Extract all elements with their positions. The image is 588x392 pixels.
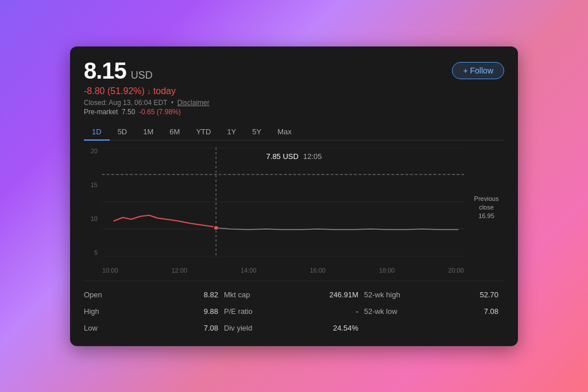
tab-max[interactable]: Max — [269, 124, 300, 141]
y-label-20: 20 — [84, 148, 98, 154]
chart-area: 7.85 USD 12:05 20 15 10 5 — [84, 148, 504, 274]
stock-card: 8.15 USD + Follow -8.80 (51.92%) ↓ today… — [70, 46, 518, 346]
stat-div: Div yield 24.54% — [224, 321, 364, 335]
premarket-label: Pre-market — [84, 108, 118, 116]
x-label-1000: 10:00 — [102, 267, 118, 274]
x-label-1800: 18:00 — [379, 267, 395, 274]
tab-1y[interactable]: 1Y — [219, 124, 244, 141]
stat-div-value: 24.54% — [333, 324, 358, 332]
previous-close-label: Previousclose16.95 — [469, 195, 504, 221]
premarket-row: Pre-market 7.50 -0.65 (7.98%) — [84, 108, 504, 116]
stat-open-label: Open — [84, 290, 102, 299]
stat-mktcap-label: Mkt cap — [224, 290, 250, 299]
y-label-10: 10 — [84, 215, 98, 222]
meta-row: Closed: Aug 13, 06:04 EDT • Disclaimer — [84, 99, 504, 107]
x-label-1200: 12:00 — [171, 267, 187, 274]
stats-col-2: Mkt cap 246.91M P/E ratio - Div yield 24… — [224, 288, 364, 335]
stat-mktcap: Mkt cap 246.91M — [224, 288, 364, 301]
price-block: 8.15 USD — [84, 58, 153, 84]
x-label-1600: 16:00 — [310, 267, 326, 274]
stat-52wk-high-value: 52.70 — [479, 290, 498, 299]
tab-ytd[interactable]: YTD — [188, 124, 219, 141]
change-row: -8.80 (51.92%) ↓ today — [84, 86, 504, 96]
stat-mktcap-value: 246.91M — [329, 290, 358, 299]
x-axis: 10:00 12:00 14:00 16:00 18:00 20:00 — [102, 267, 464, 274]
change-arrow: ↓ — [147, 87, 151, 96]
chart-svg — [102, 148, 464, 257]
follow-button[interactable]: + Follow — [452, 62, 504, 79]
time-tabs: 1D 5D 1M 6M YTD 1Y 5Y Max — [84, 124, 504, 141]
stat-52wk-low-label: 52-wk low — [364, 307, 397, 316]
price-currency: USD — [131, 69, 153, 81]
y-axis: 20 15 10 5 — [84, 148, 98, 257]
change-value: -8.80 (51.92%) — [84, 86, 145, 96]
y-label-15: 15 — [84, 181, 98, 188]
stat-high-value: 9.88 — [204, 307, 218, 316]
change-label: today — [153, 86, 176, 96]
stat-high: High 9.88 — [84, 305, 224, 318]
closed-text: Closed: Aug 13, 06:04 EDT — [84, 99, 167, 107]
stats-grid: Open 8.82 High 9.88 Low 7.08 Mkt cap 246… — [84, 281, 504, 335]
tab-1d[interactable]: 1D — [84, 124, 110, 141]
stat-div-label: Div yield — [224, 324, 252, 332]
stat-open: Open 8.82 — [84, 288, 224, 301]
x-label-1400: 14:00 — [241, 267, 257, 274]
stat-52wk-low: 52-wk low 7.08 — [364, 305, 504, 318]
stat-low-label: Low — [84, 324, 98, 332]
premarket-price: 7.50 — [120, 108, 136, 116]
y-label-5: 5 — [84, 249, 98, 256]
stats-col-1: Open 8.82 High 9.88 Low 7.08 — [84, 288, 224, 335]
price-main: 8.15 — [84, 58, 126, 84]
tab-6m[interactable]: 6M — [161, 124, 188, 141]
stat-52wk-low-value: 7.08 — [484, 307, 498, 316]
premarket-change: -0.65 (7.98%) — [137, 108, 181, 116]
header-row: 8.15 USD + Follow — [84, 58, 504, 84]
stat-pe-label: P/E ratio — [224, 307, 253, 316]
chart-svg-container — [102, 148, 464, 257]
stat-low: Low 7.08 — [84, 321, 224, 335]
stat-low-value: 7.08 — [204, 324, 218, 332]
tab-5d[interactable]: 5D — [110, 124, 136, 141]
stat-52wk-high-label: 52-wk high — [364, 290, 400, 299]
stat-high-label: High — [84, 307, 99, 316]
stat-pe: P/E ratio - — [224, 305, 364, 318]
x-label-2000: 20:00 — [448, 267, 464, 274]
stat-52wk-high: 52-wk high 52.70 — [364, 288, 504, 301]
tab-5y[interactable]: 5Y — [244, 124, 269, 141]
tab-1m[interactable]: 1M — [135, 124, 161, 141]
stats-col-3: 52-wk high 52.70 52-wk low 7.08 — [364, 288, 504, 335]
stat-pe-value: - — [356, 307, 358, 316]
stat-open-value: 8.82 — [204, 290, 218, 299]
disclaimer-link[interactable]: Disclaimer — [177, 99, 210, 107]
